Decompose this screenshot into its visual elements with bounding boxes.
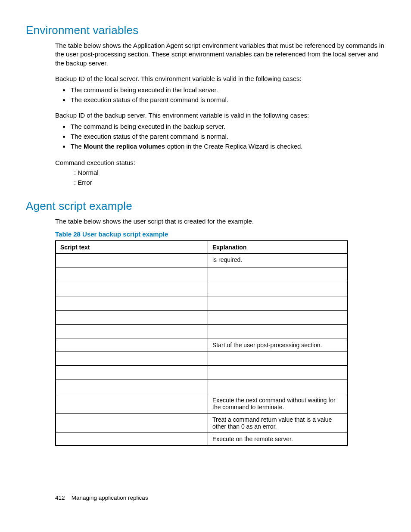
cell-explanation [208,365,348,380]
backup-server-bullet-list: The command is being executed in the bac… [55,121,385,152]
cell-script-text [56,351,208,365]
text-fragment: option in the Create Replica Wizard is c… [165,143,302,150]
list-item: The execution status of the parent comma… [70,131,385,141]
page-number: 412 [55,495,70,501]
user-backup-script-table: Script text Explanation is required. [55,240,348,446]
table-row [56,351,348,365]
page-footer: 412 Managing application replicas [55,495,148,501]
table-row: is required. [56,253,348,268]
cell-explanation [208,282,348,296]
table-header-row: Script text Explanation [56,241,348,254]
cell-explanation: is required. [208,253,348,268]
chapter-title: Managing application replicas [72,495,148,501]
page-container: Environment variables The table below sh… [0,0,411,532]
cell-explanation [208,324,348,339]
cell-script-text [56,310,208,324]
list-item: The command is being executed in the bac… [70,121,385,131]
cell-explanation: Treat a command return value that is a v… [208,413,348,432]
table-row: Start of the user post-processing sectio… [56,339,348,351]
table-row [56,324,348,339]
table-row [56,282,348,296]
list-item: The command is being executed in the loc… [70,85,385,95]
cell-script-text [56,380,208,394]
cell-script-text [56,282,208,296]
cell-script-text [56,296,208,310]
cell-explanation [208,310,348,324]
table-row: Execute on the remote server. [56,432,348,445]
status-normal-line: : Normal [55,168,385,177]
local-server-lead-in: Backup ID of the local server. This envi… [55,75,385,83]
agent-script-intro-paragraph: The table below shows the user script th… [55,217,385,226]
cell-explanation [208,296,348,310]
bold-option-name: Mount the replica volumes [84,143,165,150]
text-fragment: is required. [212,256,242,263]
table-row [56,296,348,310]
cell-explanation [208,351,348,365]
section-heading-env-vars: Environment variables [26,24,385,37]
status-label: Command execution status: [55,158,385,168]
cell-script-text [56,365,208,380]
table-caption: Table 28 User backup script example [55,230,385,238]
cell-script-text [56,394,208,413]
cell-script-text [56,324,208,339]
list-item: The execution status of the parent comma… [70,95,385,105]
local-server-bullet-list: The command is being executed in the loc… [55,85,385,105]
table-header-explanation: Explanation [208,241,348,254]
cell-explanation: Start of the user post-processing sectio… [208,339,348,351]
table-row: Execute the next command without waiting… [56,394,348,413]
status-error-line: : Error [55,177,385,187]
cell-script-text [56,339,208,351]
agent-script-body: The table below shows the user script th… [55,217,385,445]
cell-explanation [208,268,348,282]
cell-explanation: Execute the next command without waiting… [208,394,348,413]
cell-script-text [56,253,208,268]
command-status-block: Command execution status: : Normal : Err… [55,158,385,188]
cell-explanation: Execute on the remote server. [208,432,348,445]
text-fragment: The [71,143,84,150]
table-header-script-text: Script text [56,241,208,254]
table-row [56,365,348,380]
env-vars-body: The table below shows the Application Ag… [55,41,385,187]
cell-script-text [56,268,208,282]
table-row [56,268,348,282]
section-heading-agent-script: Agent script example [26,199,385,213]
cell-script-text [56,432,208,445]
cell-explanation [208,380,348,394]
list-item: The Mount the replica volumes option in … [70,141,385,151]
backup-server-lead-in: Backup ID of the backup server. This env… [55,111,385,120]
table-row: Treat a command return value that is a v… [56,413,348,432]
table-row [56,380,348,394]
table-row [56,310,348,324]
env-vars-intro-paragraph: The table below shows the Application Ag… [55,41,385,68]
cell-script-text [56,413,208,432]
